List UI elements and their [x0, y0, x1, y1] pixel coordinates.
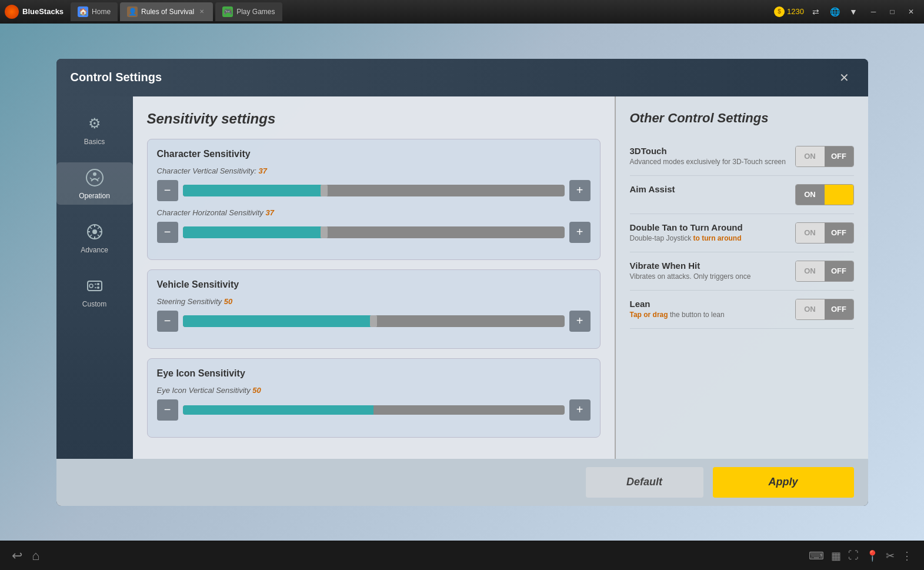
location-icon[interactable]: 📍	[866, 549, 879, 562]
bluestacks-logo: BlueStacks	[5, 5, 64, 19]
vibrate-desc: Vibrates on attacks. Only triggers once	[630, 272, 795, 281]
steering-increase[interactable]: +	[569, 311, 591, 332]
home-tab-icon: 🏠	[78, 6, 88, 17]
vibrate-name: Vibrate When Hit	[630, 261, 795, 271]
coin-area: $ 1230	[774, 6, 804, 17]
aim-assist-toggle[interactable]: ON	[795, 184, 854, 205]
menu-button[interactable]: ▼	[846, 5, 860, 19]
close-window-button[interactable]: ✕	[903, 5, 919, 19]
char-horizontal-thumb	[321, 226, 328, 238]
default-button[interactable]: Default	[586, 467, 703, 498]
character-sensitivity-section: Character Sensitivity Character Vertical…	[147, 139, 601, 260]
char-horizontal-decrease[interactable]: −	[157, 222, 178, 243]
settings-sidebar: ⚙ Basics Operation	[56, 96, 133, 459]
char-horizontal-track[interactable]	[183, 226, 565, 238]
bottom-tools: ⌨ ▦ ⛶ 📍 ✂ ⋮	[809, 549, 912, 562]
more-icon[interactable]: ⋮	[902, 549, 912, 562]
eye-vertical-decrease[interactable]: −	[157, 399, 178, 421]
eye-vertical-increase[interactable]: +	[569, 399, 591, 421]
3dtouch-off[interactable]: OFF	[825, 146, 853, 166]
aim-assist-off[interactable]	[825, 185, 853, 205]
char-vertical-decrease[interactable]: −	[157, 180, 178, 201]
3dtouch-on[interactable]: ON	[796, 146, 825, 166]
steering-slider-row: − +	[157, 311, 591, 332]
advance-icon	[84, 221, 105, 242]
vibrate-info: Vibrate When Hit Vibrates on attacks. On…	[630, 261, 795, 281]
scissors-icon[interactable]: ✂	[886, 549, 895, 562]
vibrate-off[interactable]: OFF	[825, 261, 853, 281]
basics-icon: ⚙	[84, 113, 105, 134]
char-horizontal-increase[interactable]: +	[569, 222, 591, 243]
double-tap-off[interactable]: OFF	[825, 223, 853, 243]
fullscreen-icon[interactable]: ⛶	[848, 549, 859, 562]
double-tap-info: Double Tan to Turn Around Double-tap Joy…	[630, 222, 795, 242]
tab-home-label: Home	[92, 8, 111, 16]
steering-track[interactable]	[183, 315, 565, 327]
double-tap-toggle[interactable]: ON OFF	[795, 222, 854, 244]
modal-footer: Default Apply	[56, 459, 868, 506]
sidebar-item-advance[interactable]: Advance	[56, 216, 133, 259]
maximize-button[interactable]: □	[884, 5, 900, 19]
apply-button[interactable]: Apply	[713, 467, 854, 498]
sensitivity-panel: Sensitivity settings Character Sensitivi…	[133, 96, 615, 459]
lean-on[interactable]: ON	[796, 299, 825, 319]
3dtouch-name: 3DTouch	[630, 146, 795, 156]
aim-assist-on[interactable]: ON	[796, 185, 825, 205]
tab-games-label: Play Games	[236, 8, 275, 16]
sidebar-item-operation[interactable]: Operation	[56, 162, 133, 205]
char-vertical-value: 37	[258, 166, 266, 175]
eye-vertical-value: 50	[252, 386, 261, 395]
steering-decrease[interactable]: −	[157, 311, 178, 332]
vibrate-toggle[interactable]: ON OFF	[795, 261, 854, 282]
share-button[interactable]: ⇄	[809, 5, 823, 19]
settings-content: Sensitivity settings Character Sensitivi…	[133, 96, 868, 459]
svg-point-7	[89, 284, 93, 288]
layout-icon[interactable]: ▦	[831, 549, 841, 562]
char-vertical-fill	[183, 185, 324, 196]
3dtouch-info: 3DTouch Advanced modes exclusively for 3…	[630, 146, 795, 166]
eye-vertical-track[interactable]	[183, 405, 565, 415]
sidebar-item-basics[interactable]: ⚙ Basics	[56, 108, 133, 151]
double-tap-control: Double Tan to Turn Around Double-tap Joy…	[630, 214, 854, 252]
operation-label: Operation	[79, 192, 110, 200]
vehicle-sensitivity-section: Vehicle Sensitivity Steering Sensitivity…	[147, 269, 601, 349]
eye-sensitivity-section: Eye Icon Sensitivity Eye Icon Vertical S…	[147, 358, 601, 438]
svg-point-1	[93, 172, 96, 176]
vibrate-on[interactable]: ON	[796, 261, 825, 281]
svg-line-2	[90, 178, 92, 180]
sidebar-item-custom[interactable]: Custom	[56, 271, 133, 313]
char-vertical-increase[interactable]: +	[569, 180, 591, 201]
home-button[interactable]: ⌂	[32, 548, 39, 564]
character-sensitivity-title: Character Sensitivity	[157, 149, 591, 159]
back-button[interactable]: ↩	[12, 548, 22, 564]
3dtouch-desc: Advanced modes exclusively for 3D-Touch …	[630, 158, 795, 166]
tab-games[interactable]: 🎮 Play Games	[215, 2, 282, 21]
char-horizontal-fill	[183, 226, 324, 238]
double-tap-name: Double Tan to Turn Around	[630, 222, 795, 232]
modal-close-button[interactable]: ✕	[835, 68, 854, 87]
steering-label: Steering Sensitivity 50	[157, 297, 591, 306]
lean-off[interactable]: OFF	[825, 299, 853, 319]
globe-button[interactable]: 🌐	[828, 5, 842, 19]
double-tap-on[interactable]: ON	[796, 223, 825, 243]
tab-home[interactable]: 🏠 Home	[71, 2, 118, 21]
char-vertical-label: Character Vertical Sensitivity: 37	[157, 166, 591, 175]
double-tap-desc: Double-tap Joystick to turn around	[630, 234, 795, 242]
tab-ros-close[interactable]: ✕	[198, 8, 206, 16]
svg-line-3	[97, 178, 99, 180]
coin-count: 1230	[787, 7, 804, 16]
lean-name: Lean	[630, 299, 795, 309]
bottom-nav: ↩ ⌂	[12, 548, 39, 564]
modal-body: ⚙ Basics Operation	[56, 96, 868, 459]
3dtouch-toggle[interactable]: ON OFF	[795, 146, 854, 167]
minimize-button[interactable]: ─	[865, 5, 882, 19]
tab-ros[interactable]: 👤 Rules of Survival ✕	[120, 2, 213, 21]
steering-value: 50	[224, 297, 232, 306]
char-horizontal-value: 37	[265, 208, 273, 217]
eye-vertical-fill	[183, 405, 374, 415]
sensitivity-title: Sensitivity settings	[147, 111, 601, 127]
keyboard-icon[interactable]: ⌨	[809, 549, 824, 562]
modal-title: Control Settings	[71, 71, 162, 84]
lean-toggle[interactable]: ON OFF	[795, 299, 854, 320]
char-vertical-track[interactable]	[183, 185, 565, 196]
